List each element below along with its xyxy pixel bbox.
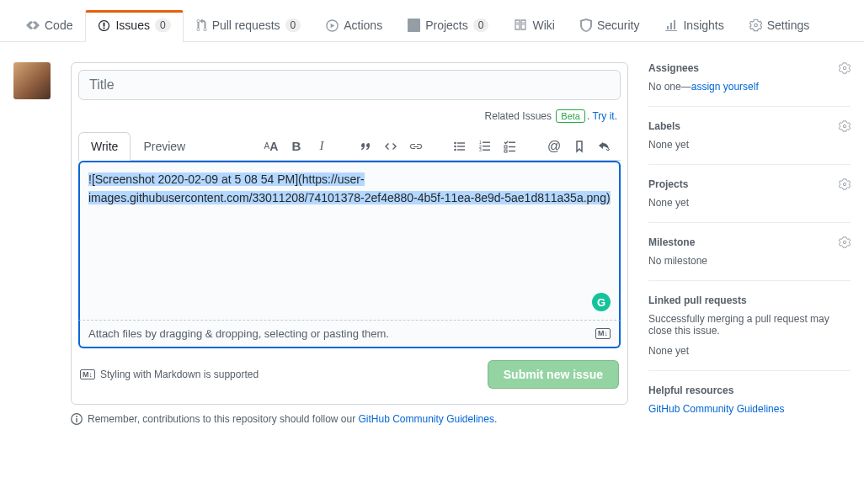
markdown-toolbar: AA B I 123 @ bbox=[198, 135, 621, 157]
svg-point-9 bbox=[454, 148, 456, 151]
sidebar-resources-title: Helpful resources bbox=[648, 385, 851, 396]
numbered-list-icon[interactable]: 123 bbox=[474, 135, 496, 157]
quote-icon[interactable] bbox=[355, 135, 376, 157]
svg-rect-6 bbox=[457, 142, 465, 143]
svg-rect-24 bbox=[76, 418, 77, 422]
info-icon bbox=[71, 413, 83, 425]
gear-icon[interactable] bbox=[839, 236, 851, 248]
tab-settings[interactable]: Settings bbox=[737, 9, 823, 42]
repo-nav: Code Issues 0 Pull requests 0 Actions Pr… bbox=[0, 0, 864, 42]
community-guidelines-link[interactable]: GitHub Community Guidelines bbox=[359, 413, 494, 425]
tab-insights-label: Insights bbox=[683, 19, 723, 32]
grammarly-icon[interactable]: G bbox=[592, 293, 611, 311]
guidelines-note: Remember, contributions to this reposito… bbox=[71, 413, 628, 425]
svg-rect-19 bbox=[509, 146, 515, 146]
svg-text:3: 3 bbox=[479, 147, 482, 152]
try-it-link[interactable]: Try it. bbox=[592, 110, 617, 122]
tab-insights[interactable]: Insights bbox=[652, 9, 736, 42]
resources-link[interactable]: GitHub Community Guidelines bbox=[648, 403, 784, 415]
sidebar-projects-title: Projects bbox=[648, 178, 688, 190]
saved-replies-icon[interactable] bbox=[594, 135, 616, 157]
tab-pulls-label: Pull requests bbox=[212, 19, 280, 32]
tab-projects-label: Projects bbox=[425, 19, 468, 32]
sidebar-assignees: Assignees No one—assign yourself bbox=[648, 62, 851, 107]
related-issues-row: Related Issues Beta. Try it. bbox=[78, 110, 621, 122]
code-icon[interactable] bbox=[380, 135, 402, 157]
tab-security[interactable]: Security bbox=[568, 9, 653, 42]
svg-rect-16 bbox=[483, 149, 490, 150]
tab-write[interactable]: Write bbox=[78, 132, 131, 161]
tab-issues-label: Issues bbox=[115, 19, 149, 32]
assign-yourself-link[interactable]: assign yourself bbox=[691, 81, 759, 93]
issue-body-textarea[interactable]: ![Screenshot 2020-02-09 at 5 08 54 PM](h… bbox=[78, 161, 621, 321]
svg-point-5 bbox=[454, 141, 456, 144]
submit-new-issue-button[interactable]: Submit new issue bbox=[488, 360, 619, 389]
editor-selection: ![Screenshot 2020-02-09 at 5 08 54 PM](h… bbox=[88, 172, 611, 204]
svg-rect-20 bbox=[504, 150, 507, 152]
markdown-support-note[interactable]: M↓ Styling with Markdown is supported bbox=[80, 369, 259, 380]
tab-code-label: Code bbox=[45, 19, 72, 32]
markdown-icon: M↓ bbox=[595, 328, 611, 339]
attach-hint: Attach files by dragging & dropping, sel… bbox=[88, 327, 389, 340]
svg-point-7 bbox=[454, 145, 456, 147]
sidebar-milestone: Milestone No milestone bbox=[648, 236, 851, 281]
sidebar-milestone-title: Milestone bbox=[648, 236, 695, 248]
linked-desc: Successfully merging a pull request may … bbox=[648, 313, 851, 337]
sidebar-linked-prs: Linked pull requests Successfully mergin… bbox=[648, 294, 851, 371]
mention-icon[interactable]: @ bbox=[543, 135, 565, 157]
tab-code[interactable]: Code bbox=[13, 9, 85, 42]
sidebar-linked-title: Linked pull requests bbox=[648, 294, 851, 306]
markdown-icon: M↓ bbox=[80, 369, 95, 380]
sidebar-labels-title: Labels bbox=[648, 120, 680, 132]
svg-rect-12 bbox=[483, 141, 490, 142]
projects-count: 0 bbox=[473, 19, 489, 32]
tab-wiki[interactable]: Wiki bbox=[501, 9, 567, 42]
svg-rect-21 bbox=[509, 150, 515, 151]
issue-title-input[interactable] bbox=[78, 70, 621, 100]
beta-badge: Beta bbox=[556, 109, 585, 123]
issues-count: 0 bbox=[155, 19, 171, 32]
tab-actions[interactable]: Actions bbox=[313, 9, 395, 42]
pulls-count: 0 bbox=[285, 19, 301, 32]
svg-rect-14 bbox=[483, 146, 490, 146]
bold-icon[interactable]: B bbox=[285, 135, 307, 157]
tab-preview[interactable]: Preview bbox=[131, 132, 198, 161]
svg-rect-10 bbox=[457, 149, 465, 150]
link-icon[interactable] bbox=[405, 135, 427, 157]
tab-settings-label: Settings bbox=[767, 19, 810, 32]
svg-rect-18 bbox=[504, 146, 507, 148]
sidebar-assignees-title: Assignees bbox=[648, 62, 699, 74]
svg-point-23 bbox=[76, 416, 77, 417]
sidebar-resources: Helpful resources GitHub Community Guide… bbox=[648, 385, 851, 428]
new-issue-form: Related Issues Beta. Try it. Write Previ… bbox=[71, 62, 628, 405]
user-avatar[interactable] bbox=[13, 62, 51, 99]
tab-pull-requests[interactable]: Pull requests 0 bbox=[184, 9, 314, 42]
tab-issues[interactable]: Issues 0 bbox=[85, 10, 183, 42]
editor-tabs: Write Preview AA B I 123 @ bbox=[78, 132, 621, 161]
bulleted-list-icon[interactable] bbox=[449, 135, 471, 157]
svg-rect-17 bbox=[509, 141, 515, 142]
reference-icon[interactable] bbox=[568, 135, 590, 157]
tab-security-label: Security bbox=[597, 19, 640, 32]
sidebar-labels: Labels None yet bbox=[648, 120, 851, 165]
gear-icon[interactable] bbox=[839, 120, 851, 132]
tab-actions-label: Actions bbox=[344, 19, 382, 32]
attach-files-bar[interactable]: Attach files by dragging & dropping, sel… bbox=[78, 321, 621, 348]
tab-projects[interactable]: Projects 0 bbox=[395, 9, 501, 42]
task-list-icon[interactable] bbox=[499, 135, 521, 157]
gear-icon[interactable] bbox=[839, 62, 851, 74]
issue-sidebar: Assignees No one—assign yourself Labels … bbox=[648, 62, 851, 442]
sidebar-projects: Projects None yet bbox=[648, 178, 851, 223]
gear-icon[interactable] bbox=[839, 178, 851, 190]
svg-rect-8 bbox=[457, 146, 465, 146]
heading-icon[interactable]: AA bbox=[260, 135, 282, 157]
tab-wiki-label: Wiki bbox=[532, 19, 554, 32]
italic-icon[interactable]: I bbox=[311, 135, 333, 157]
